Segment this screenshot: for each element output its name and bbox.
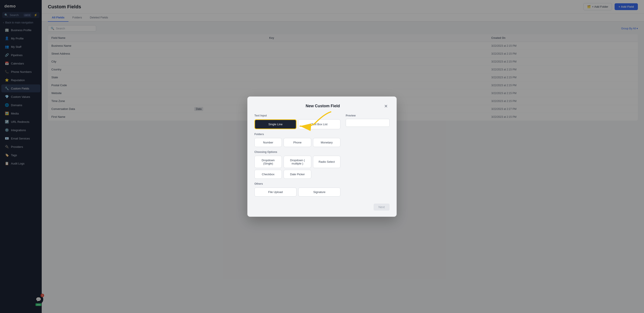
signature-button[interactable]: Signature [298, 188, 340, 197]
modal-overlay: New Custom Field ✕ Text Input Single Lin… [0, 0, 644, 313]
section-folders-label: Folders [254, 133, 340, 136]
folders-grid: Number Phone Monetary [254, 138, 340, 147]
modal-footer: Next [254, 204, 390, 211]
modal-right: Preview [346, 114, 390, 200]
section-others-label: Others [254, 182, 340, 185]
section-text-input-label: Text Input [254, 114, 340, 117]
text-box-list-button[interactable]: Text Box List [298, 119, 340, 129]
preview-label: Preview [346, 114, 390, 117]
new-custom-field-modal: New Custom Field ✕ Text Input Single Lin… [247, 96, 397, 217]
date-picker-button[interactable]: Date Picker [284, 170, 311, 179]
modal-left: Text Input Single Line Text Box List Fol… [254, 114, 340, 200]
dropdown-multiple-button[interactable]: Dropdown ( multiple ) [284, 156, 311, 168]
file-upload-button[interactable]: File Upload [254, 188, 296, 197]
modal-close-button[interactable]: ✕ [382, 103, 390, 110]
next-button[interactable]: Next [374, 204, 390, 211]
phone-button[interactable]: Phone [284, 138, 311, 147]
others-grid: File Upload Signature [254, 188, 340, 197]
radio-select-button[interactable]: Radio Select [313, 156, 340, 168]
modal-header: New Custom Field ✕ [254, 103, 390, 110]
checkbox-button[interactable]: Checkbox [254, 170, 282, 179]
number-button[interactable]: Number [254, 138, 282, 147]
monetary-button[interactable]: Monetary [313, 138, 340, 147]
choosing-options-grid: Dropdown (Single) Dropdown ( multiple ) … [254, 156, 340, 179]
dropdown-single-button[interactable]: Dropdown (Single) [254, 156, 282, 168]
text-input-grid: Single Line Text Box List [254, 119, 340, 129]
modal-body: Text Input Single Line Text Box List Fol… [254, 114, 390, 200]
modal-title: New Custom Field [263, 104, 382, 108]
single-line-button[interactable]: Single Line [254, 119, 296, 129]
preview-box [346, 119, 390, 127]
section-choosing-options-label: Choosing Options [254, 150, 340, 154]
